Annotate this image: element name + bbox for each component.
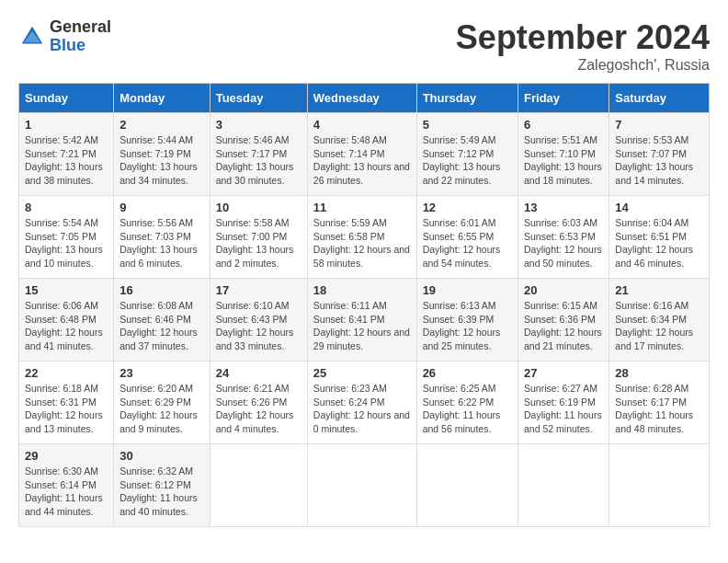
day-cell: 30 Sunrise: 6:32 AM Sunset: 6:12 PM Dayl… — [114, 444, 210, 527]
day-cell: 29 Sunrise: 6:30 AM Sunset: 6:14 PM Dayl… — [19, 444, 114, 527]
day-cell: 17 Sunrise: 6:10 AM Sunset: 6:43 PM Dayl… — [210, 279, 307, 362]
day-number: 12 — [423, 201, 512, 214]
logo-text: General Blue — [50, 18, 111, 55]
day-cell — [210, 444, 307, 527]
title-area: September 2024 Zalegoshch', Russia — [456, 18, 710, 74]
day-cell: 15 Sunrise: 6:06 AM Sunset: 6:48 PM Dayl… — [19, 279, 114, 362]
header-wednesday: Wednesday — [307, 84, 416, 113]
day-cell: 2 Sunrise: 5:44 AM Sunset: 7:19 PM Dayli… — [114, 113, 210, 196]
day-number: 23 — [119, 366, 204, 380]
header-monday: Monday — [114, 84, 210, 113]
day-number: 4 — [313, 118, 411, 132]
day-number: 5 — [423, 118, 512, 132]
page-header: General Blue September 2024 Zalegoshch',… — [18, 18, 710, 74]
day-number: 20 — [524, 283, 603, 297]
day-cell — [416, 444, 518, 527]
day-info: Sunrise: 5:54 AM Sunset: 7:05 PM Dayligh… — [25, 216, 108, 270]
logo-general: General — [50, 18, 111, 37]
day-info: Sunrise: 6:16 AM Sunset: 6:34 PM Dayligh… — [615, 299, 703, 353]
day-info: Sunrise: 5:44 AM Sunset: 7:19 PM Dayligh… — [119, 133, 204, 188]
day-cell: 11 Sunrise: 5:59 AM Sunset: 6:58 PM Dayl… — [307, 196, 416, 279]
day-cell: 28 Sunrise: 6:28 AM Sunset: 6:17 PM Dayl… — [609, 362, 710, 444]
day-number: 17 — [216, 283, 301, 297]
day-cell: 23 Sunrise: 6:20 AM Sunset: 6:29 PM Dayl… — [114, 362, 210, 444]
logo: General Blue — [18, 18, 111, 55]
day-info: Sunrise: 5:46 AM Sunset: 7:17 PM Dayligh… — [216, 133, 301, 188]
day-cell: 19 Sunrise: 6:13 AM Sunset: 6:39 PM Dayl… — [416, 279, 518, 362]
day-info: Sunrise: 5:51 AM Sunset: 7:10 PM Dayligh… — [524, 133, 603, 188]
day-info: Sunrise: 6:13 AM Sunset: 6:39 PM Dayligh… — [423, 299, 512, 353]
day-cell — [518, 444, 609, 527]
day-info: Sunrise: 6:11 AM Sunset: 6:41 PM Dayligh… — [313, 299, 411, 353]
day-number: 27 — [524, 366, 603, 380]
day-number: 3 — [216, 118, 301, 132]
day-cell: 1 Sunrise: 5:42 AM Sunset: 7:21 PM Dayli… — [19, 113, 114, 196]
day-cell: 7 Sunrise: 5:53 AM Sunset: 7:07 PM Dayli… — [609, 113, 710, 196]
day-info: Sunrise: 5:42 AM Sunset: 7:21 PM Dayligh… — [25, 133, 108, 188]
day-info: Sunrise: 6:08 AM Sunset: 6:46 PM Dayligh… — [119, 299, 204, 353]
day-number: 11 — [313, 201, 411, 214]
day-info: Sunrise: 6:18 AM Sunset: 6:31 PM Dayligh… — [25, 382, 108, 436]
day-number: 16 — [119, 283, 204, 297]
days-header-row: SundayMondayTuesdayWednesdayThursdayFrid… — [19, 84, 710, 113]
day-number: 21 — [615, 283, 703, 297]
day-info: Sunrise: 5:48 AM Sunset: 7:14 PM Dayligh… — [313, 133, 411, 188]
day-info: Sunrise: 6:25 AM Sunset: 6:22 PM Dayligh… — [423, 382, 512, 436]
location: Zalegoshch', Russia — [456, 57, 710, 74]
logo-blue: Blue — [50, 37, 111, 55]
week-row-3: 15 Sunrise: 6:06 AM Sunset: 6:48 PM Dayl… — [19, 279, 710, 362]
day-info: Sunrise: 6:27 AM Sunset: 6:19 PM Dayligh… — [524, 382, 603, 436]
day-cell: 13 Sunrise: 6:03 AM Sunset: 6:53 PM Dayl… — [518, 196, 609, 279]
header-saturday: Saturday — [609, 84, 710, 113]
day-info: Sunrise: 5:58 AM Sunset: 7:00 PM Dayligh… — [216, 216, 301, 270]
day-number: 10 — [216, 201, 301, 214]
day-number: 25 — [313, 366, 411, 380]
day-number: 30 — [119, 449, 204, 463]
day-cell: 22 Sunrise: 6:18 AM Sunset: 6:31 PM Dayl… — [19, 362, 114, 444]
day-number: 24 — [216, 366, 301, 380]
logo-icon — [18, 23, 46, 51]
day-info: Sunrise: 6:21 AM Sunset: 6:26 PM Dayligh… — [216, 382, 301, 436]
day-number: 14 — [615, 201, 703, 214]
day-info: Sunrise: 6:03 AM Sunset: 6:53 PM Dayligh… — [524, 216, 603, 270]
header-thursday: Thursday — [416, 84, 518, 113]
day-cell: 27 Sunrise: 6:27 AM Sunset: 6:19 PM Dayl… — [518, 362, 609, 444]
day-info: Sunrise: 6:32 AM Sunset: 6:12 PM Dayligh… — [119, 465, 204, 519]
day-cell: 3 Sunrise: 5:46 AM Sunset: 7:17 PM Dayli… — [210, 113, 307, 196]
calendar-table: SundayMondayTuesdayWednesdayThursdayFrid… — [18, 83, 710, 527]
day-number: 8 — [25, 201, 108, 214]
day-info: Sunrise: 6:01 AM Sunset: 6:55 PM Dayligh… — [423, 216, 512, 270]
day-number: 6 — [524, 118, 603, 132]
header-friday: Friday — [518, 84, 609, 113]
day-cell: 8 Sunrise: 5:54 AM Sunset: 7:05 PM Dayli… — [19, 196, 114, 279]
day-cell — [307, 444, 416, 527]
month-title: September 2024 — [456, 18, 710, 57]
day-info: Sunrise: 6:15 AM Sunset: 6:36 PM Dayligh… — [524, 299, 603, 353]
day-cell: 20 Sunrise: 6:15 AM Sunset: 6:36 PM Dayl… — [518, 279, 609, 362]
day-cell: 9 Sunrise: 5:56 AM Sunset: 7:03 PM Dayli… — [114, 196, 210, 279]
day-cell: 6 Sunrise: 5:51 AM Sunset: 7:10 PM Dayli… — [518, 113, 609, 196]
day-info: Sunrise: 5:53 AM Sunset: 7:07 PM Dayligh… — [615, 133, 703, 188]
day-info: Sunrise: 6:04 AM Sunset: 6:51 PM Dayligh… — [615, 216, 703, 270]
day-number: 13 — [524, 201, 603, 214]
header-tuesday: Tuesday — [210, 84, 307, 113]
day-cell: 14 Sunrise: 6:04 AM Sunset: 6:51 PM Dayl… — [609, 196, 710, 279]
day-info: Sunrise: 5:59 AM Sunset: 6:58 PM Dayligh… — [313, 216, 411, 270]
day-number: 7 — [615, 118, 703, 132]
day-cell: 24 Sunrise: 6:21 AM Sunset: 6:26 PM Dayl… — [210, 362, 307, 444]
day-number: 29 — [25, 449, 108, 463]
day-number: 1 — [25, 118, 108, 132]
day-info: Sunrise: 6:30 AM Sunset: 6:14 PM Dayligh… — [25, 465, 108, 519]
day-info: Sunrise: 5:56 AM Sunset: 7:03 PM Dayligh… — [119, 216, 204, 270]
day-cell: 16 Sunrise: 6:08 AM Sunset: 6:46 PM Dayl… — [114, 279, 210, 362]
day-info: Sunrise: 6:23 AM Sunset: 6:24 PM Dayligh… — [313, 382, 411, 436]
day-cell: 18 Sunrise: 6:11 AM Sunset: 6:41 PM Dayl… — [307, 279, 416, 362]
day-number: 28 — [615, 366, 703, 380]
day-info: Sunrise: 6:20 AM Sunset: 6:29 PM Dayligh… — [119, 382, 204, 436]
day-info: Sunrise: 5:49 AM Sunset: 7:12 PM Dayligh… — [423, 133, 512, 188]
week-row-4: 22 Sunrise: 6:18 AM Sunset: 6:31 PM Dayl… — [19, 362, 710, 444]
day-number: 2 — [119, 118, 204, 132]
day-cell: 12 Sunrise: 6:01 AM Sunset: 6:55 PM Dayl… — [416, 196, 518, 279]
day-cell: 5 Sunrise: 5:49 AM Sunset: 7:12 PM Dayli… — [416, 113, 518, 196]
day-cell: 26 Sunrise: 6:25 AM Sunset: 6:22 PM Dayl… — [416, 362, 518, 444]
